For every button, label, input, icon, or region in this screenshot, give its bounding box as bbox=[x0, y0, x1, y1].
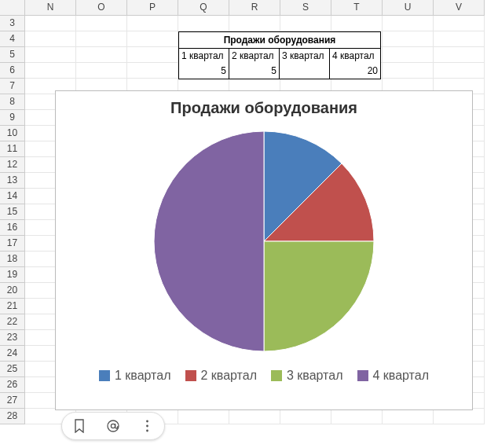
row-header[interactable]: 15 bbox=[0, 204, 25, 220]
row-header[interactable]: 16 bbox=[0, 220, 25, 236]
cell[interactable] bbox=[76, 63, 127, 79]
cell[interactable] bbox=[331, 409, 383, 424]
chart-object[interactable]: Продажи оборудования 1 квартал 2 квартал… bbox=[55, 90, 473, 410]
cell[interactable] bbox=[76, 31, 127, 47]
table-cell[interactable]: 5 bbox=[229, 64, 280, 79]
table-title: Продажи оборудования bbox=[179, 32, 380, 49]
row-header[interactable]: 23 bbox=[0, 330, 25, 346]
cell[interactable] bbox=[383, 409, 434, 424]
row-header[interactable]: 17 bbox=[0, 236, 25, 252]
data-table: Продажи оборудования 1 квартал 2 квартал… bbox=[178, 31, 381, 79]
cell[interactable] bbox=[127, 31, 178, 47]
row-header[interactable]: 18 bbox=[0, 252, 25, 267]
table-cell[interactable]: 5 bbox=[179, 64, 229, 79]
pie-slice bbox=[154, 131, 264, 351]
cell[interactable] bbox=[434, 409, 485, 424]
chart-title: Продажи оборудования bbox=[56, 99, 472, 117]
cell[interactable] bbox=[127, 47, 178, 63]
pie-chart bbox=[56, 123, 472, 359]
row-header[interactable]: 9 bbox=[0, 110, 25, 126]
row-header[interactable]: 8 bbox=[0, 94, 25, 110]
spreadsheet-viewport: N O P Q R S T U V 3456789101112131415161… bbox=[0, 0, 487, 448]
cell[interactable] bbox=[280, 409, 331, 424]
legend-swatch bbox=[271, 370, 282, 381]
cell[interactable] bbox=[383, 63, 434, 79]
col-header[interactable]: N bbox=[25, 0, 76, 16]
cell[interactable] bbox=[25, 16, 76, 31]
cell[interactable] bbox=[127, 63, 178, 79]
cell[interactable] bbox=[383, 47, 434, 63]
row-header[interactable]: 26 bbox=[0, 377, 25, 393]
table-header-cell[interactable]: 2 квартал bbox=[229, 49, 280, 64]
row-header[interactable]: 19 bbox=[0, 267, 25, 283]
mention-icon[interactable] bbox=[105, 418, 121, 434]
row-header[interactable]: 3 bbox=[0, 16, 25, 31]
cell[interactable] bbox=[383, 31, 434, 47]
cell[interactable] bbox=[229, 16, 280, 31]
svg-point-3 bbox=[146, 425, 148, 428]
row-header[interactable]: 11 bbox=[0, 141, 25, 157]
cell[interactable] bbox=[434, 63, 485, 79]
table-cell[interactable] bbox=[280, 64, 330, 79]
col-header[interactable]: S bbox=[280, 0, 331, 16]
table-header-cell[interactable]: 4 квартал bbox=[330, 49, 380, 64]
cell[interactable] bbox=[383, 16, 434, 31]
more-icon[interactable] bbox=[139, 418, 155, 434]
legend-item: 2 квартал bbox=[185, 369, 258, 383]
svg-point-0 bbox=[108, 420, 119, 431]
table-value-row: 5 5 20 bbox=[179, 64, 380, 79]
row-header[interactable]: 5 bbox=[0, 47, 25, 63]
cell[interactable] bbox=[127, 16, 178, 31]
row-header[interactable]: 14 bbox=[0, 189, 25, 204]
col-header[interactable]: O bbox=[76, 0, 127, 16]
cell[interactable] bbox=[434, 47, 485, 63]
row-header[interactable]: 13 bbox=[0, 173, 25, 189]
legend-label: 3 квартал bbox=[287, 369, 343, 383]
legend-item: 1 квартал bbox=[99, 369, 171, 383]
cell[interactable] bbox=[25, 63, 76, 79]
svg-point-1 bbox=[111, 424, 115, 428]
cell[interactable] bbox=[331, 16, 383, 31]
svg-point-4 bbox=[146, 430, 148, 432]
row-header[interactable]: 22 bbox=[0, 314, 25, 330]
row-header[interactable]: 28 bbox=[0, 409, 25, 424]
cell[interactable] bbox=[434, 16, 485, 31]
cell[interactable] bbox=[229, 409, 280, 424]
bookmark-icon[interactable] bbox=[71, 418, 87, 434]
row-header[interactable]: 7 bbox=[0, 79, 25, 94]
cell[interactable] bbox=[76, 47, 127, 63]
table-header-cell[interactable]: 3 квартал bbox=[280, 49, 330, 64]
cell[interactable] bbox=[76, 16, 127, 31]
row-header[interactable]: 12 bbox=[0, 157, 25, 173]
col-header[interactable]: Q bbox=[178, 0, 229, 16]
cell[interactable] bbox=[178, 409, 229, 424]
legend-swatch bbox=[185, 370, 196, 381]
cell[interactable] bbox=[178, 16, 229, 31]
svg-point-2 bbox=[146, 420, 148, 423]
cell[interactable] bbox=[25, 31, 76, 47]
col-header[interactable]: R bbox=[229, 0, 280, 16]
row-header[interactable]: 24 bbox=[0, 346, 25, 362]
legend-label: 1 квартал bbox=[115, 369, 171, 383]
col-header[interactable]: P bbox=[127, 0, 178, 16]
cell[interactable] bbox=[25, 47, 76, 63]
cell[interactable] bbox=[434, 31, 485, 47]
row-header[interactable]: 27 bbox=[0, 393, 25, 409]
row-header[interactable]: 4 bbox=[0, 31, 25, 47]
table-cell[interactable]: 20 bbox=[330, 64, 380, 79]
col-header[interactable]: T bbox=[331, 0, 383, 16]
row-header[interactable]: 20 bbox=[0, 283, 25, 299]
col-header[interactable]: U bbox=[383, 0, 434, 16]
row-header[interactable]: 21 bbox=[0, 299, 25, 314]
legend-label: 2 квартал bbox=[201, 369, 258, 383]
table-header-cell[interactable]: 1 квартал bbox=[179, 49, 229, 64]
row-header[interactable]: 10 bbox=[0, 126, 25, 141]
col-header[interactable]: V bbox=[434, 0, 485, 16]
cell[interactable] bbox=[280, 16, 331, 31]
row-header[interactable]: 6 bbox=[0, 63, 25, 79]
legend-swatch bbox=[99, 370, 110, 381]
row-header[interactable]: 25 bbox=[0, 362, 25, 377]
select-all-corner[interactable] bbox=[0, 0, 25, 16]
floating-toolbar bbox=[61, 412, 165, 440]
legend-item: 3 квартал bbox=[271, 369, 343, 383]
